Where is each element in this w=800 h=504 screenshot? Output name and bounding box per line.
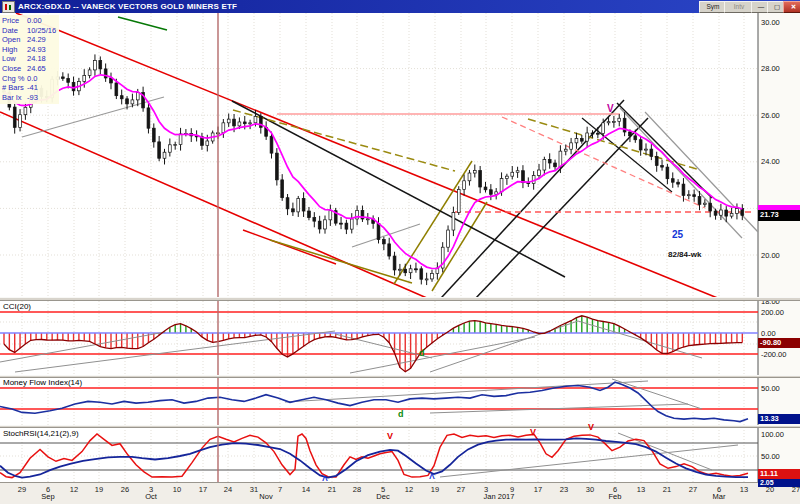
date-tick: 17 <box>193 485 213 494</box>
month-label: Jan 2017 <box>477 492 521 501</box>
mfi-value-box: 13.33 <box>758 414 800 424</box>
quote-row: Bar Ix-93 <box>2 93 59 103</box>
mfi-panel-label: Money Flow Index(14) <box>2 378 83 387</box>
chart-window: ARCX:GDX.D -- VANECK VECTORS GOLD MINERS… <box>0 0 800 504</box>
quote-row: Chg %0.0 <box>2 74 59 84</box>
price-tick-label: 26.00 <box>761 111 780 120</box>
cci-tick-label: 0.00 <box>761 329 776 338</box>
price-tick-label: 24.00 <box>761 157 780 166</box>
close-button[interactable]: ✕ <box>783 1 800 13</box>
date-axis: 2961219263101724317142128512192739172330… <box>0 482 800 504</box>
mfi-tick-label: 50.00 <box>761 384 780 393</box>
interval-button[interactable]: Intv <box>724 1 754 13</box>
stochrsi-fast-value-box: 11.11 <box>758 469 800 479</box>
quote-row: Close24.65 <box>2 64 59 74</box>
price-tick-label: 20.00 <box>761 251 780 260</box>
last-price-box: 21.73 <box>758 210 800 221</box>
stoch-bottom-caret-2: ^ <box>429 474 435 484</box>
date-tick: 19 <box>89 485 109 494</box>
quote-row: Price0.00 <box>2 16 59 26</box>
stoch-bottom-caret-1: ^ <box>322 476 328 486</box>
date-tick: 14 <box>296 485 316 494</box>
cci-tick-label: -200.00 <box>761 350 786 359</box>
cci-panel-label: CCI(20) <box>2 302 32 311</box>
cci-tick-label: 200.00 <box>761 308 784 317</box>
date-tick: 27 <box>451 485 471 494</box>
quote-row: Open24.29 <box>2 35 59 45</box>
cycle-82-84-wk: 82/84-wk <box>668 251 701 259</box>
price-tick-label: 28.00 <box>761 64 780 73</box>
date-tick: 24 <box>218 485 238 494</box>
price-tick-label: 30.00 <box>761 18 780 27</box>
quote-row: Low24.18 <box>2 54 59 64</box>
date-tick: 21 <box>657 485 677 494</box>
month-label: Sep <box>26 492 70 501</box>
stoch-tick-label: 50.00 <box>761 452 780 461</box>
wave-v-top: V <box>607 104 614 114</box>
stochrsi-slow-value-box: 2.05 <box>758 479 800 487</box>
panel-separator[interactable] <box>0 425 800 428</box>
date-tick: 23 <box>554 485 574 494</box>
stoch-top-v-3: V <box>588 423 594 432</box>
cci-value-box: -90.80 <box>758 338 800 348</box>
stoch-top-v-2: V <box>530 428 536 437</box>
quote-row: # Bars-41 <box>2 83 59 93</box>
month-label: Feb <box>593 492 637 501</box>
app-chart-icon <box>2 1 15 13</box>
month-label: Mar <box>697 492 741 501</box>
divergence-d-cci: d <box>419 349 425 358</box>
date-tick: 17 <box>528 485 548 494</box>
quote-row: Date10/25/16 <box>2 26 59 36</box>
cycle-25: 25 <box>672 230 683 240</box>
quote-info-panel: Price0.00Date10/25/16Open24.29High24.93L… <box>0 15 59 104</box>
month-label: Nov <box>244 492 288 501</box>
panel-separator[interactable] <box>0 297 800 301</box>
quote-row: High24.93 <box>2 45 59 55</box>
panel-separator[interactable] <box>0 375 800 378</box>
window-title: ARCX:GDX.D -- VANECK VECTORS GOLD MINERS… <box>18 2 237 11</box>
divergence-d-mfi: d <box>398 410 404 419</box>
stochrsi-panel-label: StochRSI(14,21(2),9) <box>2 429 80 438</box>
symbol-button[interactable]: Sym <box>699 1 727 13</box>
window-titlebar[interactable]: ARCX:GDX.D -- VANECK VECTORS GOLD MINERS… <box>0 0 800 13</box>
stoch-tick-label: 100.00 <box>761 430 784 439</box>
stoch-top-v-1: V <box>387 432 393 441</box>
date-tick: 21 <box>322 485 342 494</box>
date-tick: 19 <box>425 485 445 494</box>
month-label: Oct <box>129 492 173 501</box>
month-label: Dec <box>361 492 405 501</box>
